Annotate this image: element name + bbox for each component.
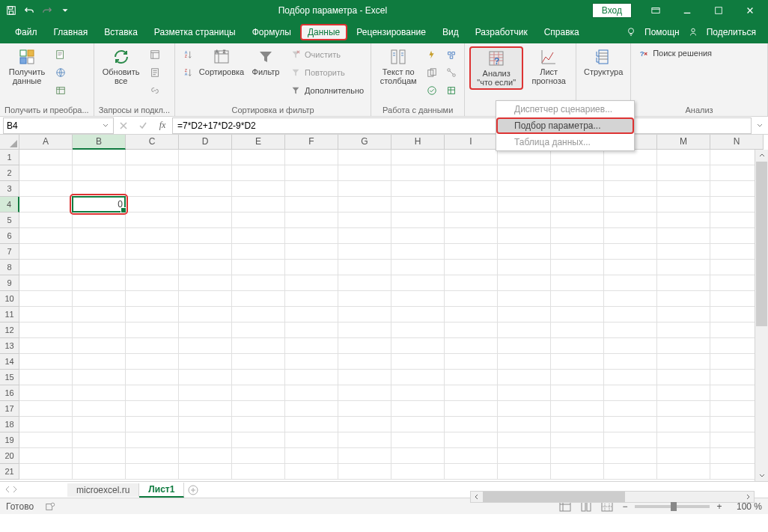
cell[interactable] xyxy=(445,275,498,291)
cell[interactable] xyxy=(551,432,604,448)
forecast-sheet-button[interactable]: Лист прогноза xyxy=(526,46,571,87)
cell[interactable] xyxy=(179,417,232,432)
cell[interactable] xyxy=(551,322,604,338)
cell[interactable] xyxy=(126,322,179,338)
row-header[interactable]: 4 xyxy=(0,197,19,213)
text-to-columns-button[interactable]: Текст по столбцам xyxy=(376,46,421,87)
cell[interactable] xyxy=(19,464,73,480)
sheet-tab-2[interactable]: Лист1 xyxy=(139,483,184,498)
cell[interactable] xyxy=(391,370,445,385)
cell[interactable] xyxy=(338,385,391,401)
row-header[interactable]: 17 xyxy=(0,401,19,417)
cell[interactable] xyxy=(338,260,391,275)
cell[interactable] xyxy=(657,354,710,370)
cell[interactable] xyxy=(285,401,338,417)
cell[interactable] xyxy=(445,322,498,338)
cell[interactable] xyxy=(126,181,179,197)
cell[interactable] xyxy=(498,228,551,244)
tab-view[interactable]: Вид xyxy=(435,24,466,40)
cell[interactable] xyxy=(657,307,710,322)
cell[interactable] xyxy=(657,464,710,480)
cell[interactable] xyxy=(338,370,391,385)
cell[interactable] xyxy=(551,385,604,401)
cell[interactable] xyxy=(391,354,445,370)
cell[interactable] xyxy=(126,370,179,385)
cell[interactable] xyxy=(19,370,73,385)
cell[interactable] xyxy=(445,354,498,370)
cell[interactable] xyxy=(391,338,445,354)
cell[interactable] xyxy=(232,150,285,165)
cell[interactable] xyxy=(551,417,604,432)
cell[interactable] xyxy=(179,401,232,417)
cell[interactable] xyxy=(551,338,604,354)
properties-button[interactable] xyxy=(147,64,163,81)
tab-scroll-left-icon[interactable] xyxy=(4,485,10,495)
cell[interactable] xyxy=(445,197,498,213)
redo-icon[interactable] xyxy=(39,2,55,19)
cell[interactable] xyxy=(391,401,445,417)
cell[interactable] xyxy=(498,291,551,307)
filter-button[interactable]: Фильтр xyxy=(247,46,284,78)
cell[interactable] xyxy=(19,417,73,432)
cell[interactable] xyxy=(604,197,657,213)
cell[interactable] xyxy=(657,401,710,417)
cell[interactable] xyxy=(498,338,551,354)
enter-formula-icon[interactable] xyxy=(133,117,153,134)
cell[interactable] xyxy=(338,228,391,244)
cell[interactable] xyxy=(19,181,73,197)
row-header[interactable]: 19 xyxy=(0,432,19,448)
cell[interactable] xyxy=(551,165,604,181)
cell[interactable] xyxy=(179,150,232,165)
cell[interactable] xyxy=(285,260,338,275)
cell[interactable] xyxy=(498,197,551,213)
cell[interactable] xyxy=(391,244,445,260)
cell[interactable] xyxy=(179,354,232,370)
cell[interactable] xyxy=(179,213,232,228)
row-header[interactable]: 9 xyxy=(0,275,19,291)
cell[interactable] xyxy=(391,150,445,165)
cell[interactable] xyxy=(179,432,232,448)
cell[interactable] xyxy=(445,417,498,432)
cell[interactable] xyxy=(445,338,498,354)
cell[interactable] xyxy=(445,401,498,417)
cell[interactable] xyxy=(19,275,73,291)
cell[interactable] xyxy=(657,322,710,338)
column-header[interactable]: B xyxy=(73,135,126,150)
row-header[interactable]: 6 xyxy=(0,228,19,244)
cell[interactable] xyxy=(285,291,338,307)
row-header[interactable]: 13 xyxy=(0,338,19,354)
cell[interactable] xyxy=(604,432,657,448)
row-header[interactable]: 14 xyxy=(0,354,19,370)
cell[interactable] xyxy=(338,244,391,260)
cell[interactable] xyxy=(445,385,498,401)
cell[interactable] xyxy=(657,165,710,181)
cell[interactable] xyxy=(126,260,179,275)
cell[interactable] xyxy=(19,448,73,464)
cell[interactable] xyxy=(179,464,232,480)
cell[interactable] xyxy=(179,244,232,260)
row-header[interactable]: 10 xyxy=(0,291,19,307)
cell[interactable] xyxy=(19,354,73,370)
scroll-up-icon[interactable] xyxy=(755,150,768,162)
cell[interactable] xyxy=(285,197,338,213)
cell[interactable] xyxy=(232,417,285,432)
cell[interactable] xyxy=(338,401,391,417)
cell[interactable] xyxy=(657,417,710,432)
cell[interactable] xyxy=(126,197,179,213)
cell[interactable] xyxy=(604,150,657,165)
cell[interactable] xyxy=(232,307,285,322)
close-icon[interactable] xyxy=(735,0,765,21)
cell[interactable] xyxy=(657,385,710,401)
cell[interactable] xyxy=(285,228,338,244)
cell[interactable] xyxy=(285,417,338,432)
row-header[interactable]: 15 xyxy=(0,370,19,385)
cell[interactable] xyxy=(126,165,179,181)
vertical-scrollbar[interactable] xyxy=(755,150,768,481)
cell[interactable] xyxy=(391,181,445,197)
column-header[interactable]: A xyxy=(19,135,73,150)
cell[interactable] xyxy=(19,228,73,244)
cell[interactable] xyxy=(338,338,391,354)
cell[interactable] xyxy=(126,432,179,448)
cell[interactable] xyxy=(338,322,391,338)
cell[interactable] xyxy=(232,448,285,464)
